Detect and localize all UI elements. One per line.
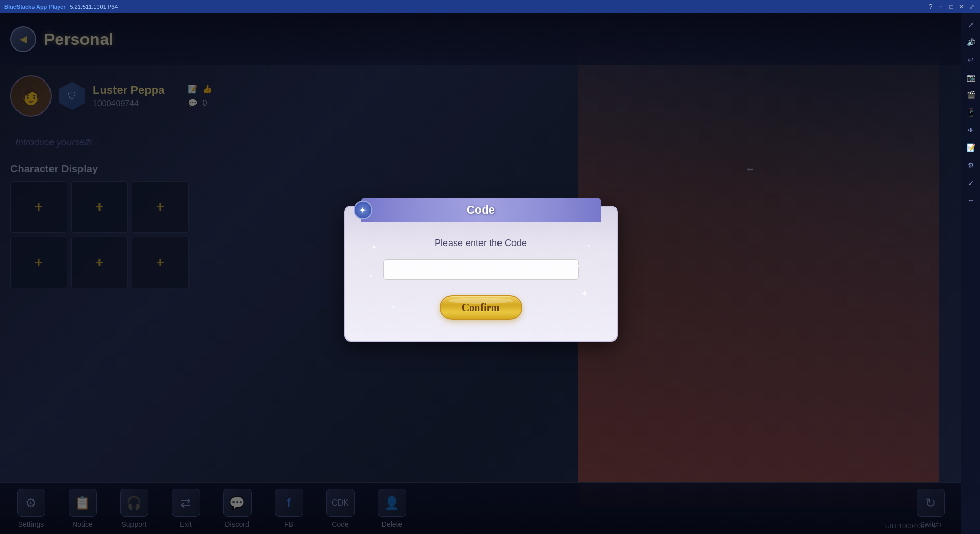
titlebar-controls: ? − □ ✕ ⤢ [926,3,976,11]
code-input[interactable] [383,259,579,280]
confirm-button[interactable]: Confirm [440,295,522,320]
titlebar-version: 5.21.511.1001 P64 [70,4,118,10]
modal-body: ✦ ✦ ✦ ✦ ✦ ✦ ✦ Please enter the Code Conf… [361,238,601,320]
titlebar-help[interactable]: ? [926,3,935,11]
modal-title-icon: ✦ [354,201,372,219]
sidebar-expand-icon[interactable]: ⤢ [964,18,978,32]
titlebar-maximize[interactable]: □ [947,3,955,11]
sparkle-bm: ✦ [392,305,395,310]
sidebar-screenshot-icon[interactable]: 📷 [964,70,978,85]
modal-header: ✦ Code [361,198,601,222]
sidebar-volume-icon[interactable]: 🔊 [964,35,978,50]
titlebar-minimize[interactable]: − [937,3,945,11]
titlebar-logo: BlueStacks App Player [4,4,65,10]
sparkle-tr: ✦ [587,243,591,249]
modal-title: Code [467,203,495,217]
sidebar-location-icon[interactable]: ✈ [964,123,978,137]
titlebar-close[interactable]: ✕ [957,3,966,11]
sidebar-resize-icon[interactable]: ↔ [964,193,978,207]
right-sidebar: ⤢ 🔊 ↩ 📷 🎬 📱 ✈ 📝 ⚙ ↙ ↔ [961,13,980,534]
sidebar-camera-icon[interactable]: 📱 [964,105,978,120]
sparkle-bl: ✦ [369,273,373,279]
sidebar-macro-icon[interactable]: 📝 [964,140,978,155]
sidebar-settings-icon[interactable]: ⚙ [964,158,978,172]
sidebar-back-icon[interactable]: ↙ [964,175,978,190]
titlebar: BlueStacks App Player 5.21.511.1001 P64 … [0,0,980,13]
titlebar-expand[interactable]: ⤢ [968,3,976,11]
modal-prompt: Please enter the Code [435,238,527,249]
sparkle-icon: ✦ [359,205,366,215]
sidebar-rotate-icon[interactable]: ↩ [964,53,978,67]
modal-overlay: ✦ Code ✦ ✦ ✦ ✦ ✦ ✦ ✦ Please enter the Co… [0,13,961,534]
code-modal: ✦ Code ✦ ✦ ✦ ✦ ✦ ✦ ✦ Please enter the Co… [344,206,618,342]
sparkle-br: ✦ [580,288,588,299]
sidebar-record-icon[interactable]: 🎬 [964,88,978,102]
confirm-label: Confirm [462,302,500,314]
sparkle-tl: ✦ [371,243,377,251]
